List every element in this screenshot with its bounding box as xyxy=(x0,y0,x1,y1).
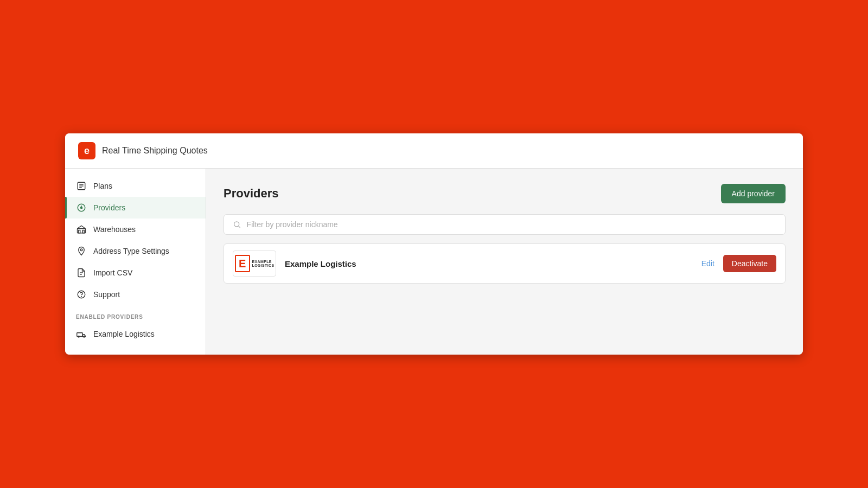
sidebar-item-plans[interactable]: Plans xyxy=(65,175,206,197)
plans-icon xyxy=(76,181,87,191)
sidebar-item-providers[interactable]: Providers xyxy=(65,197,206,219)
sidebar-item-plans-label: Plans xyxy=(93,182,112,190)
provider-name: Example Logistics xyxy=(285,259,693,268)
sidebar-item-address-type-settings[interactable]: Address Type Settings xyxy=(65,240,206,262)
address-type-settings-icon xyxy=(76,246,87,256)
app-body: Plans Providers xyxy=(65,169,803,355)
add-provider-button[interactable]: Add provider xyxy=(721,184,786,203)
svg-point-17 xyxy=(234,222,239,227)
enabled-providers-section-label: ENABLED PROVIDERS xyxy=(65,305,206,323)
sidebar-item-providers-label: Providers xyxy=(93,203,125,212)
provider-row: E EXAMPLE LOGISTICS Example Logistics Ed… xyxy=(224,243,786,284)
sidebar-item-warehouses-label: Warehouses xyxy=(93,225,136,234)
sidebar-item-address-type-settings-label: Address Type Settings xyxy=(93,247,169,255)
providers-icon xyxy=(76,202,87,213)
logo-letter: E xyxy=(235,255,250,272)
main-content: Providers Add provider E EXAMPLE xyxy=(206,169,803,355)
provider-logo: E EXAMPLE LOGISTICS xyxy=(233,251,276,277)
sidebar-item-support[interactable]: Support xyxy=(65,284,206,305)
page-header: Providers Add provider xyxy=(224,184,786,203)
svg-rect-7 xyxy=(79,230,80,233)
truck-icon xyxy=(76,329,87,339)
app-header: e Real Time Shipping Quotes xyxy=(65,133,803,169)
sidebar-enabled-provider-example-logistics[interactable]: Example Logistics xyxy=(65,323,206,345)
search-bar xyxy=(224,214,786,235)
provider-actions: Edit Deactivate xyxy=(701,255,776,272)
import-csv-icon xyxy=(76,267,87,278)
sidebar-item-import-csv-label: Import CSV xyxy=(93,268,132,277)
enabled-provider-label: Example Logistics xyxy=(93,330,155,338)
sidebar: Plans Providers xyxy=(65,169,206,355)
warehouses-icon xyxy=(76,224,87,235)
page-title: Providers xyxy=(224,187,279,201)
deactivate-button[interactable]: Deactivate xyxy=(723,255,776,272)
support-icon xyxy=(76,289,87,300)
sidebar-item-import-csv[interactable]: Import CSV xyxy=(65,262,206,284)
svg-rect-8 xyxy=(82,230,84,233)
svg-point-9 xyxy=(80,249,82,251)
svg-line-18 xyxy=(239,226,240,228)
edit-link[interactable]: Edit xyxy=(701,259,714,268)
app-title: Real Time Shipping Quotes xyxy=(102,146,208,156)
app-logo: e xyxy=(78,142,95,159)
svg-rect-14 xyxy=(77,333,83,337)
search-input[interactable] xyxy=(247,220,776,229)
sidebar-item-support-label: Support xyxy=(93,290,120,299)
search-icon xyxy=(233,220,241,229)
logo-text: EXAMPLE LOGISTICS xyxy=(252,260,275,267)
app-window: e Real Time Shipping Quotes Plans xyxy=(65,133,803,355)
svg-point-13 xyxy=(81,296,82,297)
svg-point-5 xyxy=(80,207,83,209)
sidebar-item-warehouses[interactable]: Warehouses xyxy=(65,219,206,240)
